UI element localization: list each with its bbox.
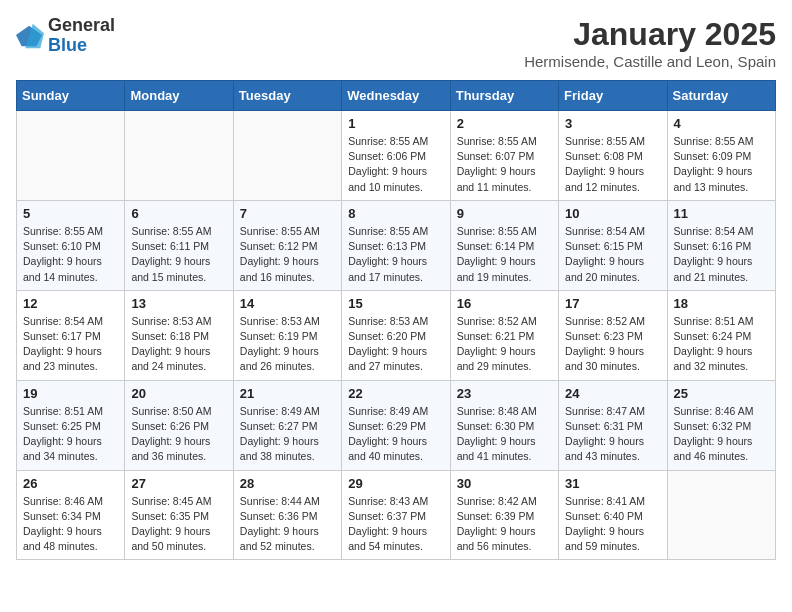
weekday-header-saturday: Saturday [667, 81, 775, 111]
calendar-cell: 24Sunrise: 8:47 AM Sunset: 6:31 PM Dayli… [559, 380, 667, 470]
day-info: Sunrise: 8:55 AM Sunset: 6:14 PM Dayligh… [457, 224, 552, 285]
day-number: 26 [23, 476, 118, 491]
day-number: 3 [565, 116, 660, 131]
weekday-header-wednesday: Wednesday [342, 81, 450, 111]
day-number: 15 [348, 296, 443, 311]
day-number: 18 [674, 296, 769, 311]
day-info: Sunrise: 8:54 AM Sunset: 6:16 PM Dayligh… [674, 224, 769, 285]
day-info: Sunrise: 8:55 AM Sunset: 6:07 PM Dayligh… [457, 134, 552, 195]
day-number: 12 [23, 296, 118, 311]
day-number: 31 [565, 476, 660, 491]
calendar-cell: 6Sunrise: 8:55 AM Sunset: 6:11 PM Daylig… [125, 200, 233, 290]
title-area: January 2025 Hermisende, Castille and Le… [524, 16, 776, 70]
day-info: Sunrise: 8:43 AM Sunset: 6:37 PM Dayligh… [348, 494, 443, 555]
day-info: Sunrise: 8:55 AM Sunset: 6:08 PM Dayligh… [565, 134, 660, 195]
calendar-cell: 2Sunrise: 8:55 AM Sunset: 6:07 PM Daylig… [450, 111, 558, 201]
calendar-cell [125, 111, 233, 201]
calendar-cell: 4Sunrise: 8:55 AM Sunset: 6:09 PM Daylig… [667, 111, 775, 201]
day-info: Sunrise: 8:55 AM Sunset: 6:09 PM Dayligh… [674, 134, 769, 195]
week-row-5: 26Sunrise: 8:46 AM Sunset: 6:34 PM Dayli… [17, 470, 776, 560]
week-row-1: 1Sunrise: 8:55 AM Sunset: 6:06 PM Daylig… [17, 111, 776, 201]
day-number: 4 [674, 116, 769, 131]
day-number: 17 [565, 296, 660, 311]
day-info: Sunrise: 8:53 AM Sunset: 6:20 PM Dayligh… [348, 314, 443, 375]
calendar-cell [667, 470, 775, 560]
day-number: 19 [23, 386, 118, 401]
calendar-cell: 16Sunrise: 8:52 AM Sunset: 6:21 PM Dayli… [450, 290, 558, 380]
day-info: Sunrise: 8:51 AM Sunset: 6:25 PM Dayligh… [23, 404, 118, 465]
calendar-cell: 5Sunrise: 8:55 AM Sunset: 6:10 PM Daylig… [17, 200, 125, 290]
calendar-cell: 18Sunrise: 8:51 AM Sunset: 6:24 PM Dayli… [667, 290, 775, 380]
calendar-cell: 22Sunrise: 8:49 AM Sunset: 6:29 PM Dayli… [342, 380, 450, 470]
day-info: Sunrise: 8:54 AM Sunset: 6:15 PM Dayligh… [565, 224, 660, 285]
day-number: 28 [240, 476, 335, 491]
logo-icon [16, 22, 44, 50]
weekday-header-monday: Monday [125, 81, 233, 111]
calendar-cell: 14Sunrise: 8:53 AM Sunset: 6:19 PM Dayli… [233, 290, 341, 380]
logo-blue: Blue [48, 35, 87, 55]
calendar-cell: 31Sunrise: 8:41 AM Sunset: 6:40 PM Dayli… [559, 470, 667, 560]
calendar-cell: 23Sunrise: 8:48 AM Sunset: 6:30 PM Dayli… [450, 380, 558, 470]
day-number: 27 [131, 476, 226, 491]
calendar-cell: 29Sunrise: 8:43 AM Sunset: 6:37 PM Dayli… [342, 470, 450, 560]
calendar-cell [233, 111, 341, 201]
day-info: Sunrise: 8:46 AM Sunset: 6:34 PM Dayligh… [23, 494, 118, 555]
week-row-2: 5Sunrise: 8:55 AM Sunset: 6:10 PM Daylig… [17, 200, 776, 290]
location-subtitle: Hermisende, Castille and Leon, Spain [524, 53, 776, 70]
day-info: Sunrise: 8:49 AM Sunset: 6:29 PM Dayligh… [348, 404, 443, 465]
day-info: Sunrise: 8:55 AM Sunset: 6:10 PM Dayligh… [23, 224, 118, 285]
day-info: Sunrise: 8:41 AM Sunset: 6:40 PM Dayligh… [565, 494, 660, 555]
logo: General Blue [16, 16, 115, 56]
day-info: Sunrise: 8:55 AM Sunset: 6:13 PM Dayligh… [348, 224, 443, 285]
day-number: 20 [131, 386, 226, 401]
calendar-cell: 10Sunrise: 8:54 AM Sunset: 6:15 PM Dayli… [559, 200, 667, 290]
calendar-cell: 19Sunrise: 8:51 AM Sunset: 6:25 PM Dayli… [17, 380, 125, 470]
calendar-cell: 7Sunrise: 8:55 AM Sunset: 6:12 PM Daylig… [233, 200, 341, 290]
weekday-header-friday: Friday [559, 81, 667, 111]
day-info: Sunrise: 8:46 AM Sunset: 6:32 PM Dayligh… [674, 404, 769, 465]
calendar-cell: 26Sunrise: 8:46 AM Sunset: 6:34 PM Dayli… [17, 470, 125, 560]
calendar-cell: 9Sunrise: 8:55 AM Sunset: 6:14 PM Daylig… [450, 200, 558, 290]
day-number: 30 [457, 476, 552, 491]
calendar-cell: 3Sunrise: 8:55 AM Sunset: 6:08 PM Daylig… [559, 111, 667, 201]
day-number: 29 [348, 476, 443, 491]
day-number: 2 [457, 116, 552, 131]
weekday-header-thursday: Thursday [450, 81, 558, 111]
calendar-cell: 21Sunrise: 8:49 AM Sunset: 6:27 PM Dayli… [233, 380, 341, 470]
weekday-header-row: SundayMondayTuesdayWednesdayThursdayFrid… [17, 81, 776, 111]
day-number: 5 [23, 206, 118, 221]
calendar-cell: 28Sunrise: 8:44 AM Sunset: 6:36 PM Dayli… [233, 470, 341, 560]
logo-general: General [48, 15, 115, 35]
day-info: Sunrise: 8:55 AM Sunset: 6:06 PM Dayligh… [348, 134, 443, 195]
day-info: Sunrise: 8:47 AM Sunset: 6:31 PM Dayligh… [565, 404, 660, 465]
calendar-cell: 27Sunrise: 8:45 AM Sunset: 6:35 PM Dayli… [125, 470, 233, 560]
day-info: Sunrise: 8:42 AM Sunset: 6:39 PM Dayligh… [457, 494, 552, 555]
day-info: Sunrise: 8:49 AM Sunset: 6:27 PM Dayligh… [240, 404, 335, 465]
day-info: Sunrise: 8:52 AM Sunset: 6:21 PM Dayligh… [457, 314, 552, 375]
day-info: Sunrise: 8:51 AM Sunset: 6:24 PM Dayligh… [674, 314, 769, 375]
day-number: 7 [240, 206, 335, 221]
calendar-cell: 11Sunrise: 8:54 AM Sunset: 6:16 PM Dayli… [667, 200, 775, 290]
week-row-3: 12Sunrise: 8:54 AM Sunset: 6:17 PM Dayli… [17, 290, 776, 380]
day-info: Sunrise: 8:53 AM Sunset: 6:19 PM Dayligh… [240, 314, 335, 375]
weekday-header-tuesday: Tuesday [233, 81, 341, 111]
calendar-cell: 20Sunrise: 8:50 AM Sunset: 6:26 PM Dayli… [125, 380, 233, 470]
day-info: Sunrise: 8:52 AM Sunset: 6:23 PM Dayligh… [565, 314, 660, 375]
page-header: General Blue January 2025 Hermisende, Ca… [16, 16, 776, 70]
calendar-cell [17, 111, 125, 201]
day-number: 21 [240, 386, 335, 401]
day-number: 25 [674, 386, 769, 401]
day-number: 11 [674, 206, 769, 221]
weekday-header-sunday: Sunday [17, 81, 125, 111]
calendar-cell: 13Sunrise: 8:53 AM Sunset: 6:18 PM Dayli… [125, 290, 233, 380]
day-info: Sunrise: 8:53 AM Sunset: 6:18 PM Dayligh… [131, 314, 226, 375]
day-info: Sunrise: 8:55 AM Sunset: 6:11 PM Dayligh… [131, 224, 226, 285]
day-number: 1 [348, 116, 443, 131]
day-info: Sunrise: 8:50 AM Sunset: 6:26 PM Dayligh… [131, 404, 226, 465]
day-number: 24 [565, 386, 660, 401]
day-number: 22 [348, 386, 443, 401]
week-row-4: 19Sunrise: 8:51 AM Sunset: 6:25 PM Dayli… [17, 380, 776, 470]
day-number: 10 [565, 206, 660, 221]
calendar-table: SundayMondayTuesdayWednesdayThursdayFrid… [16, 80, 776, 560]
logo-text: General Blue [48, 16, 115, 56]
